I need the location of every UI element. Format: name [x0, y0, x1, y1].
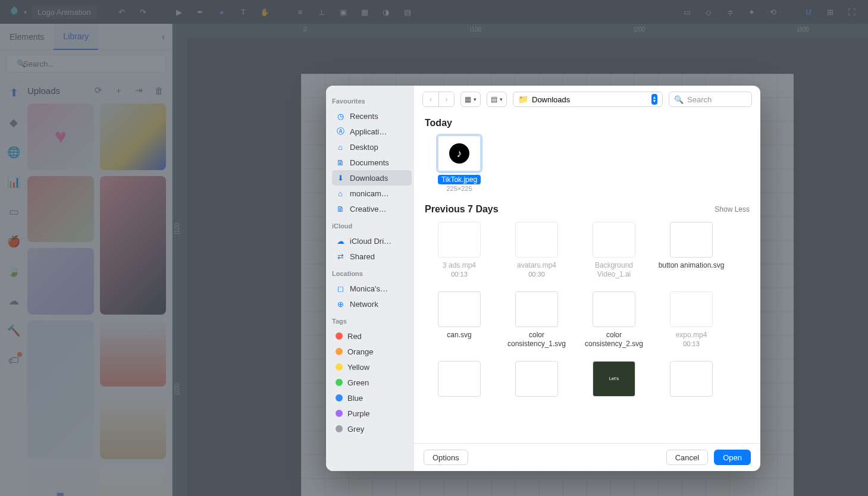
- options-button[interactable]: Options: [424, 450, 468, 465]
- cancel-button[interactable]: Cancel: [666, 450, 708, 465]
- sidebar-item[interactable]: 🗎Creative…: [332, 201, 412, 216]
- file-item[interactable]: expo.mp400:13: [657, 291, 726, 348]
- sidebar-item-label: Blue: [347, 394, 363, 403]
- file-item[interactable]: ♪TikTok.jpeg225×225: [425, 136, 494, 192]
- sidebar-item-icon: 🗎: [336, 158, 345, 167]
- file-item[interactable]: [425, 361, 494, 397]
- section-today: Today: [425, 118, 760, 128]
- file-thumbnail: [593, 222, 635, 258]
- sidebar-section-tags: Tags: [332, 318, 412, 325]
- sidebar-item-label: monicam…: [350, 189, 389, 198]
- sidebar-item[interactable]: ☁iCloud Dri…: [332, 233, 412, 249]
- sidebar-tag-item[interactable]: Green: [332, 375, 412, 390]
- file-name: 3 ads.mp4: [443, 261, 476, 269]
- file-area[interactable]: Today ♪TikTok.jpeg225×225 Previous 7 Day…: [414, 112, 760, 443]
- file-name: expo.mp4: [676, 331, 707, 339]
- dialog-main: ‹ › ▦ ▾ ▤ ▾ 📁 Downloads ▴▾ 🔍 Search Toda…: [414, 86, 760, 471]
- sidebar-item-label: Yellow: [347, 363, 369, 372]
- file-item[interactable]: color consistency_1.svg: [502, 291, 571, 348]
- sidebar-item-label: Grey: [347, 425, 364, 434]
- file-thumbnail: [670, 222, 713, 258]
- open-button[interactable]: Open: [714, 450, 751, 465]
- file-item[interactable]: Background Video_1.ai: [579, 222, 648, 278]
- sidebar-item-icon: ☁: [336, 237, 345, 246]
- sidebar-item-label: Monica's…: [350, 284, 388, 293]
- sidebar-tag-item[interactable]: Purple: [332, 406, 412, 421]
- sidebar-item-label: Creative…: [350, 205, 386, 214]
- view-mode-icon-grid[interactable]: ▦ ▾: [460, 92, 481, 107]
- sidebar-item[interactable]: ⌂Desktop: [332, 139, 412, 155]
- file-thumbnail: [438, 222, 481, 258]
- tiktok-icon: ♪: [449, 143, 469, 164]
- file-thumbnail: [438, 291, 481, 327]
- file-open-dialog: Favourites ◷RecentsⒶApplicati…⌂Desktop🗎D…: [326, 86, 760, 471]
- dialog-search[interactable]: 🔍 Search: [669, 92, 752, 107]
- sidebar-item-label: Shared: [350, 252, 375, 261]
- sidebar-section-favourites: Favourites: [332, 98, 412, 105]
- sidebar-item[interactable]: ◻Monica's…: [332, 281, 412, 296]
- sidebar-item[interactable]: 🗎Documents: [332, 155, 412, 170]
- file-name: TikTok.jpeg: [438, 175, 481, 184]
- sidebar-item-icon: ⌂: [336, 143, 345, 152]
- nav-back-button[interactable]: ‹: [423, 92, 438, 106]
- file-thumbnail: [515, 222, 558, 258]
- nav-arrows: ‹ ›: [422, 92, 455, 107]
- sidebar-item-icon: ⌂: [336, 189, 345, 198]
- sidebar-tag-item[interactable]: Grey: [332, 421, 412, 437]
- folder-icon: 📁: [518, 95, 528, 104]
- view-mode-group[interactable]: ▤ ▾: [487, 92, 507, 107]
- dialog-toolbar: ‹ › ▦ ▾ ▤ ▾ 📁 Downloads ▴▾ 🔍 Search: [414, 86, 760, 112]
- tag-color-dot-icon: [336, 394, 343, 401]
- tag-color-dot-icon: [336, 348, 343, 355]
- file-name: Background Video_1.ai: [581, 261, 647, 278]
- file-item[interactable]: avatars.mp400:30: [502, 222, 571, 278]
- file-item[interactable]: Let's: [579, 361, 648, 397]
- file-item[interactable]: [657, 361, 726, 397]
- sidebar-item-label: Documents: [350, 158, 389, 167]
- search-icon: 🔍: [674, 95, 684, 104]
- file-thumbnail: [670, 291, 713, 327]
- sidebar-tag-item[interactable]: Orange: [332, 344, 412, 359]
- dialog-search-placeholder: Search: [687, 95, 712, 104]
- show-less-button[interactable]: Show Less: [715, 205, 750, 214]
- tag-color-dot-icon: [336, 363, 343, 371]
- nav-forward-button[interactable]: ›: [438, 92, 454, 106]
- sidebar-item[interactable]: ◷Recents: [332, 108, 412, 124]
- dropdown-arrows-icon: ▴▾: [651, 94, 657, 105]
- sidebar-item[interactable]: ⒶApplicati…: [332, 124, 412, 139]
- file-meta: 00:13: [683, 340, 700, 347]
- file-meta: 225×225: [446, 185, 472, 192]
- sidebar-item-icon: Ⓐ: [336, 126, 345, 137]
- sidebar-tag-item[interactable]: Yellow: [332, 359, 412, 375]
- dialog-footer: Options Cancel Open: [414, 443, 760, 471]
- sidebar-item-label: Red: [347, 332, 362, 341]
- sidebar-item-icon: 🗎: [336, 205, 345, 214]
- file-meta: 00:30: [528, 271, 545, 278]
- file-item[interactable]: 3 ads.mp400:13: [425, 222, 494, 278]
- sidebar-item[interactable]: ⇄Shared: [332, 249, 412, 264]
- file-name: color consistency_1.svg: [503, 331, 570, 348]
- sidebar-item-icon: ◻: [336, 284, 345, 293]
- sidebar-tag-item[interactable]: Blue: [332, 390, 412, 406]
- sidebar-item-label: Applicati…: [350, 127, 387, 136]
- sidebar-item[interactable]: ⬇Downloads: [332, 170, 412, 186]
- sidebar-item-label: Network: [350, 300, 378, 309]
- sidebar-item-label: Green: [347, 378, 369, 387]
- sidebar-section-locations: Locations: [332, 270, 412, 277]
- sidebar-item[interactable]: ⌂monicam…: [332, 186, 412, 201]
- file-item[interactable]: can.svg: [425, 291, 494, 348]
- sidebar-section-icloud: iCloud: [332, 222, 412, 230]
- sidebar-item-label: Purple: [347, 409, 370, 418]
- tag-color-dot-icon: [336, 332, 343, 340]
- file-meta: 00:13: [451, 271, 468, 278]
- file-item[interactable]: button animation.svg: [657, 222, 726, 278]
- sidebar-item[interactable]: ⊕Network: [332, 296, 412, 312]
- file-name: can.svg: [447, 331, 471, 339]
- file-name: avatars.mp4: [517, 261, 556, 269]
- sidebar-tag-item[interactable]: Red: [332, 328, 412, 344]
- file-item[interactable]: color consistency_2.svg: [579, 291, 648, 348]
- file-item[interactable]: [502, 361, 571, 397]
- tag-color-dot-icon: [336, 410, 343, 417]
- location-dropdown[interactable]: 📁 Downloads ▴▾: [513, 92, 663, 107]
- file-name: button animation.svg: [659, 261, 725, 269]
